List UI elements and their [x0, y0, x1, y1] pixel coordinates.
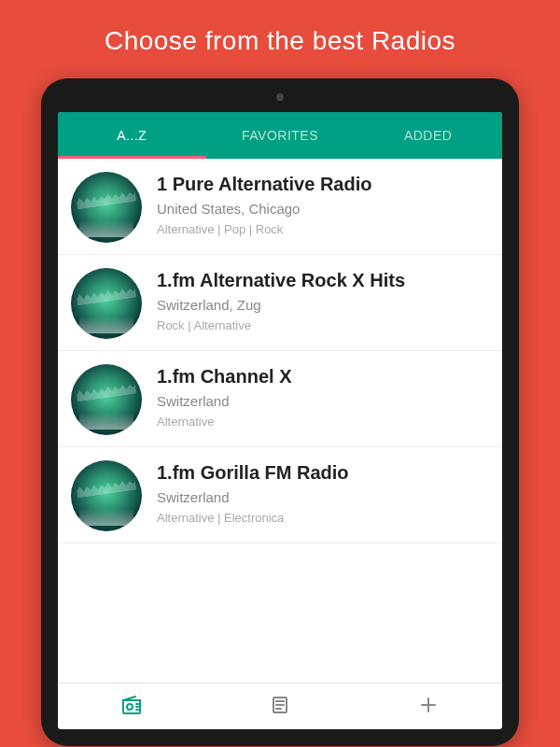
station-location: Switzerland — [157, 393, 291, 409]
list-item[interactable]: 1.fm Gorilla FM Radio Switzerland Altern… — [58, 447, 502, 543]
station-location: Switzerland — [157, 489, 349, 505]
station-title: 1.fm Gorilla FM Radio — [157, 462, 349, 484]
list-item[interactable]: 1 Pure Alternative Radio United States, … — [58, 159, 502, 255]
station-thumb — [71, 268, 142, 339]
app-screen: A...Z FAVORITES ADDED 1 Pure Alternative… — [58, 112, 502, 729]
station-thumb — [71, 172, 142, 243]
list-item[interactable]: 1.fm Channel X Switzerland Alternative — [58, 351, 502, 447]
station-genres: Rock | Alternative — [157, 318, 405, 332]
promo-headline: Choose from the best Radios — [105, 26, 455, 56]
station-genres: Alternative | Pop | Rock — [157, 222, 371, 236]
station-list[interactable]: 1 Pure Alternative Radio United States, … — [58, 159, 502, 683]
station-meta: 1 Pure Alternative Radio United States, … — [157, 172, 371, 236]
top-tabs: A...Z FAVORITES ADDED — [58, 112, 502, 159]
station-genres: Alternative | Electronica — [157, 511, 349, 525]
station-location: United States, Chicago — [157, 201, 371, 217]
tab-az[interactable]: A...Z — [58, 112, 206, 159]
tablet-frame: A...Z FAVORITES ADDED 1 Pure Alternative… — [41, 78, 519, 746]
station-thumb — [71, 460, 142, 531]
station-meta: 1.fm Gorilla FM Radio Switzerland Altern… — [157, 460, 349, 525]
station-title: 1 Pure Alternative Radio — [157, 174, 371, 195]
radio-icon — [120, 694, 143, 720]
nav-add[interactable] — [354, 684, 502, 729]
station-location: Switzerland, Zug — [157, 297, 405, 313]
nav-radio[interactable] — [58, 684, 206, 729]
station-title: 1.fm Channel X — [157, 366, 291, 388]
tab-favorites[interactable]: FAVORITES — [206, 112, 355, 159]
camera-dot — [276, 93, 284, 101]
nav-list[interactable] — [206, 684, 355, 729]
list-icon — [269, 694, 291, 720]
bottom-nav — [58, 683, 502, 729]
station-meta: 1.fm Alternative Rock X Hits Switzerland… — [157, 268, 405, 332]
station-thumb — [71, 364, 142, 435]
station-title: 1.fm Alternative Rock X Hits — [157, 270, 405, 291]
plus-icon — [417, 694, 440, 720]
station-genres: Alternative — [157, 415, 291, 429]
tab-added[interactable]: ADDED — [354, 112, 502, 159]
list-item[interactable]: 1.fm Alternative Rock X Hits Switzerland… — [58, 255, 502, 351]
station-meta: 1.fm Channel X Switzerland Alternative — [157, 364, 291, 429]
